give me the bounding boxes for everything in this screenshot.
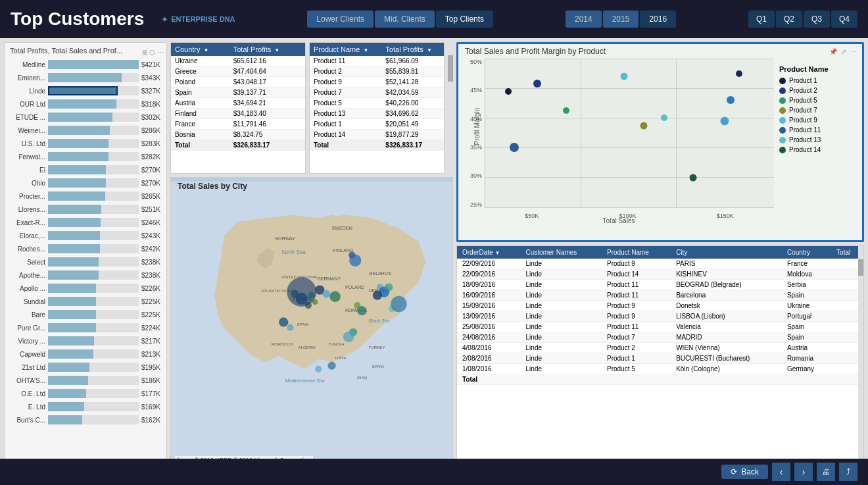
next-button[interactable]: ›: [794, 463, 813, 481]
table-row[interactable]: Product 2$55,839.81: [310, 66, 444, 77]
bar-item[interactable]: Capweld $213K: [7, 348, 164, 360]
table-row[interactable]: Bosnia$8,324.75: [171, 130, 305, 140]
x-tick-150k: $150K: [717, 213, 734, 219]
detail-row[interactable]: 2/08/2016 Linde Product 1 BUCURESTI (Buc…: [457, 353, 863, 363]
bar-item[interactable]: Bare $225K: [7, 309, 164, 320]
bar-item[interactable]: Apothe... $238K: [7, 269, 164, 281]
table-row[interactable]: Finland$34,183.40: [171, 109, 305, 119]
table-row[interactable]: Product 9$52,141.28: [310, 77, 444, 88]
panel-icon-2[interactable]: ⬡: [149, 49, 155, 56]
scatter-expand-icon[interactable]: ⤢: [841, 48, 846, 55]
country-cell: Poland: [171, 77, 229, 88]
detail-row[interactable]: 22/09/2016 Linde Product 14 KISHINEV Mol…: [457, 268, 863, 279]
bar-item[interactable]: Eminen... $343K: [7, 72, 164, 84]
bar-item[interactable]: Fenwal... $282K: [7, 151, 164, 163]
detail-row[interactable]: 25/08/2016 Linde Product 11 Valencia Spa…: [457, 321, 863, 332]
legend-item-product2: Product 2: [779, 87, 859, 94]
bar-item[interactable]: Llorens... $251K: [7, 203, 164, 215]
bar-item[interactable]: Linde $327K: [7, 85, 164, 97]
order-date: 22/09/2016: [457, 268, 521, 279]
profit-cell: $61,966.09: [381, 56, 444, 66]
detail-row[interactable]: 15/09/2016 Linde Product 9 Donetsk Ukrai…: [457, 300, 863, 311]
product-name: Product 2: [602, 342, 671, 353]
table-row[interactable]: Poland$43,048.17: [171, 77, 305, 88]
detail-row[interactable]: 1/08/2016 Linde Product 5 Köln (Cologne)…: [457, 363, 863, 374]
scatter-content: 50% 45% 40% 35% 30% 25%: [458, 56, 862, 240]
bar-fill: [48, 363, 89, 372]
bar-track: [48, 244, 139, 253]
panel-icon-1[interactable]: ⊞: [142, 49, 147, 56]
bar-item[interactable]: 21st Ltd $195K: [7, 361, 164, 373]
scatter-pin-icon[interactable]: 📌: [829, 48, 837, 55]
legend-title: Product Name: [779, 65, 859, 73]
bar-item[interactable]: Burt's C... $162K: [7, 414, 164, 426]
detail-row[interactable]: 4/08/2016 Linde Product 2 WIEN (Vienna) …: [457, 342, 863, 353]
prev-button[interactable]: ‹: [772, 463, 790, 481]
print-button[interactable]: 🖨: [817, 463, 835, 481]
q2-btn[interactable]: Q2: [776, 11, 802, 28]
bar-item[interactable]: Elorac,... $243K: [7, 230, 164, 242]
bar-item[interactable]: O.E. Ltd $177K: [7, 388, 164, 399]
table-row[interactable]: Product 5$40,226.00: [310, 98, 444, 109]
year-2016-btn[interactable]: 2016: [640, 11, 676, 28]
q1-btn[interactable]: Q1: [748, 11, 775, 28]
share-button[interactable]: ⤴: [839, 463, 857, 481]
q3-btn[interactable]: Q3: [804, 11, 830, 28]
table-row[interactable]: Ukraine$65,612.16: [171, 56, 305, 66]
bar-track: [48, 231, 139, 240]
back-button[interactable]: ⟳ Back: [721, 465, 768, 479]
bar-item[interactable]: OUR Ltd $318K: [7, 98, 164, 110]
legend-label-product2: Product 2: [789, 87, 817, 94]
bar-value: $243K: [139, 232, 164, 240]
bar-item[interactable]: Ei $270K: [7, 164, 164, 176]
year-2015-btn[interactable]: 2015: [603, 11, 639, 28]
detail-row[interactable]: 22/09/2016 Linde Product 9 PARIS France: [457, 259, 863, 269]
bar-item[interactable]: Procter... $265K: [7, 190, 164, 202]
detail-row[interactable]: 16/09/2016 Linde Product 11 Barcelona Sp…: [457, 290, 863, 300]
detail-row[interactable]: 18/09/2016 Linde Product 11 BEOGRAD (Bel…: [457, 279, 863, 290]
lower-clients-btn[interactable]: Lower Clients: [307, 11, 374, 28]
table-row[interactable]: Greece$47,404.64: [171, 66, 305, 77]
table-row[interactable]: Product 13$34,696.62: [310, 109, 444, 119]
table-row[interactable]: France$11,791.46: [171, 119, 305, 130]
order-date: 2/08/2016: [457, 353, 521, 363]
bar-fill: [48, 284, 96, 293]
bar-item[interactable]: Exact-R... $246K: [7, 217, 164, 228]
table-row[interactable]: Austria$34,694.21: [171, 98, 305, 109]
svg-point-38: [287, 324, 293, 331]
table-row[interactable]: Product 14$19,877.29: [310, 130, 444, 140]
bar-item[interactable]: Roches... $242K: [7, 243, 164, 255]
table-row[interactable]: Product 11$61,966.09: [310, 56, 444, 66]
q4-btn[interactable]: Q4: [831, 11, 857, 28]
table-row[interactable]: Product 7$42,034.59: [310, 88, 444, 98]
bar-item[interactable]: Ohio $270K: [7, 177, 164, 189]
bar-item[interactable]: E. Ltd $169K: [7, 401, 164, 413]
bar-item[interactable]: Sundial $225K: [7, 295, 164, 307]
bar-fill: [48, 297, 96, 306]
scatter-more-icon[interactable]: ⋯: [850, 48, 857, 55]
bar-item[interactable]: Weimei... $286K: [7, 124, 164, 136]
bar-item[interactable]: Pure Gr... $224K: [7, 322, 164, 334]
bar-item[interactable]: Medline $421K: [7, 59, 164, 70]
table-row[interactable]: Product 1$20,051.49: [310, 119, 444, 130]
bar-item[interactable]: OHTA'S... $186K: [7, 374, 164, 386]
bar-item[interactable]: Victory ... $217K: [7, 335, 164, 347]
detail-row[interactable]: 24/08/2016 Linde Product 7 MADRID Spain: [457, 332, 863, 342]
vertical-scrollbar[interactable]: [858, 246, 863, 460]
year-2014-btn[interactable]: 2014: [566, 11, 602, 28]
top-clients-btn[interactable]: Top Clients: [436, 11, 493, 28]
bar-item[interactable]: Select $238K: [7, 256, 164, 268]
product-cell: Product 13: [310, 109, 381, 119]
detail-row[interactable]: 13/09/2016 Linde Product 9 LISBOA (Lisbo…: [457, 311, 863, 321]
product-name: Product 11: [602, 290, 671, 300]
bar-item[interactable]: ETUDE ... $302K: [7, 111, 164, 123]
order-date: 4/08/2016: [457, 342, 521, 353]
table-row[interactable]: Spain$39,137.71: [171, 88, 305, 98]
bar-label: Select: [7, 259, 48, 266]
mid-clients-btn[interactable]: Mid. Clients: [375, 11, 435, 28]
bar-item[interactable]: Apollo ... $226K: [7, 282, 164, 294]
panel-icon-3[interactable]: ⋯: [157, 49, 164, 56]
total-label: Total: [171, 140, 229, 151]
bar-item[interactable]: U.S. Ltd $283K: [7, 138, 164, 149]
table-scrollbar[interactable]: [448, 42, 453, 174]
